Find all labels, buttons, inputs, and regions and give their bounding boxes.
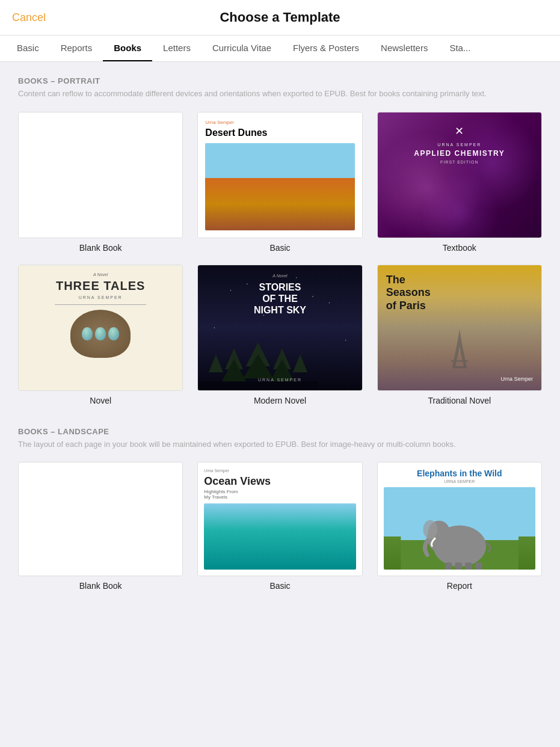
- dd-author: Urna Semper: [205, 120, 354, 125]
- svg-rect-18: [455, 562, 462, 570]
- tab-books[interactable]: Books: [103, 35, 152, 61]
- svg-rect-8: [198, 381, 318, 390]
- svg-marker-7: [293, 354, 307, 372]
- template-cover-novel: A Novel THREE TALES URNA SEMPER: [18, 265, 183, 391]
- textbook-author: URNA SEMPER: [437, 143, 481, 147]
- svg-rect-17: [445, 562, 452, 570]
- mn-author: URNA SEMPER: [258, 378, 302, 382]
- novel-nest: [70, 310, 131, 358]
- svg-marker-3: [222, 359, 246, 381]
- section-landscape-label: BOOKS – LANDSCAPE: [18, 427, 542, 436]
- tab-stationery[interactable]: Sta...: [438, 35, 481, 61]
- blank-landscape-visual: [19, 463, 182, 576]
- header: Cancel Choose a Template: [0, 0, 560, 35]
- egg-2: [95, 327, 106, 340]
- nest-eggs: [82, 327, 119, 340]
- novel-subtitle: A Novel: [93, 272, 108, 277]
- modern-novel-visual: A Novel STORIESOF THENIGHT SKY: [198, 265, 362, 390]
- eiffel-tower-svg: [435, 318, 484, 390]
- template-name-traditional-novel: Traditional Novel: [428, 396, 491, 405]
- template-name-novel: Novel: [90, 396, 111, 405]
- novel-divider: [55, 304, 146, 305]
- template-cover-traditional-novel: TheSeasonsof Paris Urna Semper: [377, 265, 542, 391]
- tab-reports[interactable]: Reports: [50, 35, 103, 61]
- el-title: Elephants in the Wild: [384, 469, 535, 478]
- template-cover-textbook: ✕ URNA SEMPER APPLIED CHEMISTRY FIRST ED…: [377, 112, 542, 238]
- dd-image: [205, 143, 354, 230]
- tab-bar: Basic Reports Books Letters Curricula Vi…: [0, 35, 560, 62]
- template-cover-blank-landscape: [18, 462, 183, 576]
- textbook-visual: ✕ URNA SEMPER APPLIED CHEMISTRY FIRST ED…: [378, 112, 541, 238]
- template-cover-basic-landscape: Urna Semper Ocean Views Highlights FromM…: [197, 462, 362, 576]
- ocean-views-visual: Urna Semper Ocean Views Highlights FromM…: [198, 463, 362, 576]
- template-cover-blank-portrait: [18, 112, 183, 238]
- template-report-landscape[interactable]: Elephants in the Wild URNA SEMPER: [377, 462, 542, 591]
- blank-cover-visual: [19, 112, 182, 238]
- template-name-blank-portrait: Blank Book: [79, 243, 122, 253]
- elephants-visual: Elephants in the Wild URNA SEMPER: [378, 463, 541, 576]
- textbook-edition: FIRST EDITION: [440, 160, 478, 164]
- trad-author: Urna Semper: [500, 376, 533, 382]
- textbook-icon: ✕: [455, 124, 464, 138]
- main-content: BOOKS – PORTRAIT Content can reflow to a…: [0, 62, 560, 627]
- tab-letters[interactable]: Letters: [152, 35, 202, 61]
- novel-visual: A Novel THREE TALES URNA SEMPER: [19, 265, 182, 390]
- template-blank-book-portrait[interactable]: Blank Book: [18, 112, 183, 253]
- ov-author: Urna Semper: [204, 469, 355, 473]
- dd-title: Desert Dunes: [205, 128, 354, 138]
- ov-title: Ocean Views: [204, 475, 355, 488]
- template-name-basic-landscape: Basic: [269, 581, 290, 591]
- template-cover-report-landscape: Elephants in the Wild URNA SEMPER: [377, 462, 542, 576]
- el-image: [384, 487, 535, 570]
- section-books-landscape: BOOKS – LANDSCAPE The layout of each pag…: [18, 427, 542, 591]
- cancel-button[interactable]: Cancel: [12, 11, 46, 24]
- svg-rect-10: [451, 360, 468, 361]
- template-name-basic-portrait: Basic: [269, 243, 290, 253]
- tab-flyers-posters[interactable]: Flyers & Posters: [282, 35, 370, 61]
- template-blank-book-landscape[interactable]: Blank Book: [18, 462, 183, 591]
- svg-rect-19: [465, 562, 472, 570]
- template-textbook-portrait[interactable]: ✕ URNA SEMPER APPLIED CHEMISTRY FIRST ED…: [377, 112, 542, 253]
- template-name-report-landscape: Report: [447, 581, 472, 591]
- elephant-svg: [384, 487, 535, 570]
- egg-3: [108, 327, 119, 340]
- tab-curricula-vitae[interactable]: Curricula Vitae: [202, 35, 282, 61]
- landscape-template-grid: Blank Book Urna Semper Ocean Views Highl…: [18, 462, 542, 591]
- tab-newsletters[interactable]: Newsletters: [370, 35, 438, 61]
- template-modern-novel-portrait[interactable]: A Novel STORIESOF THENIGHT SKY: [197, 265, 362, 405]
- template-novel-portrait[interactable]: A Novel THREE TALES URNA SEMPER: [18, 265, 183, 405]
- section-books-portrait: BOOKS – PORTRAIT Content can reflow to a…: [18, 76, 542, 405]
- template-basic-landscape[interactable]: Urna Semper Ocean Views Highlights FromM…: [197, 462, 362, 591]
- egg-1: [82, 327, 93, 340]
- template-name-textbook: Textbook: [443, 243, 476, 253]
- novel-title: THREE TALES: [56, 279, 145, 293]
- mn-title: STORIESOF THENIGHT SKY: [254, 281, 306, 316]
- novel-author: URNA SEMPER: [79, 295, 123, 300]
- svg-point-16: [423, 520, 437, 539]
- section-portrait-label: BOOKS – PORTRAIT: [18, 76, 542, 85]
- desert-dunes-visual: Urna Semper Desert Dunes: [198, 112, 362, 238]
- el-author: URNA SEMPER: [384, 479, 535, 484]
- ov-subtitle: Highlights FromMy Travels: [204, 489, 355, 500]
- template-cover-basic-portrait: Urna Semper Desert Dunes: [197, 112, 362, 238]
- template-name-blank-landscape: Blank Book: [79, 581, 122, 591]
- textbook-title: APPLIED CHEMISTRY: [414, 149, 505, 158]
- tab-basic[interactable]: Basic: [6, 35, 50, 61]
- section-landscape-desc: The layout of each page in your book wil…: [18, 438, 542, 450]
- svg-marker-6: [209, 354, 223, 372]
- trad-title: TheSeasonsof Paris: [386, 274, 431, 313]
- svg-rect-9: [454, 366, 466, 368]
- mn-subtitle: A Novel: [272, 274, 287, 278]
- portrait-template-grid: Blank Book Urna Semper Desert Dunes Basi…: [18, 112, 542, 405]
- trad-novel-visual: TheSeasonsof Paris Urna Semper: [378, 265, 541, 390]
- template-traditional-novel-portrait[interactable]: TheSeasonsof Paris Urna Semper Tradition…: [377, 265, 542, 405]
- mn-trees-svg: [198, 336, 318, 390]
- template-basic-portrait[interactable]: Urna Semper Desert Dunes Basic: [197, 112, 362, 253]
- svg-rect-20: [475, 562, 482, 570]
- ov-image: [204, 503, 355, 570]
- template-cover-modern-novel: A Novel STORIESOF THENIGHT SKY: [197, 265, 362, 391]
- template-name-modern-novel: Modern Novel: [254, 396, 306, 405]
- section-portrait-desc: Content can reflow to accommodate differ…: [18, 88, 542, 100]
- page-title: Choose a Template: [220, 10, 340, 25]
